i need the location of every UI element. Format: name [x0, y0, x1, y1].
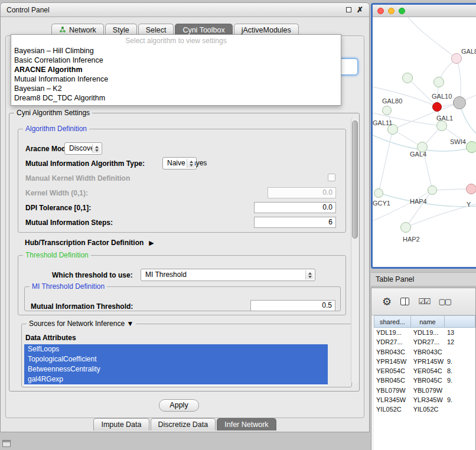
kernel-width-label: Kernel Width (0,1): — [25, 189, 88, 197]
aracne-mode-select[interactable]: Discovery — [64, 142, 102, 155]
table-cell: YBL079W — [374, 386, 411, 395]
float-window-icon[interactable] — [346, 7, 351, 12]
close-traffic-light-icon[interactable] — [377, 8, 384, 14]
network-node-label: HAP4 — [410, 198, 427, 205]
algorithm-option[interactable]: Bayesian – Hill Climbing — [11, 46, 341, 56]
network-node-label: GAL11 — [373, 119, 392, 126]
minimize-traffic-light-icon[interactable] — [388, 8, 395, 14]
threshold-definition-title: Threshold Definition — [23, 251, 91, 260]
network-node[interactable] — [428, 185, 437, 195]
manual-kernel-label: Manual Kernel Width Definition — [25, 174, 130, 182]
network-node-label: HAP2 — [403, 236, 420, 243]
table-row[interactable]: YDR27...YDR27...12 — [374, 337, 475, 347]
network-window-titlebar[interactable] — [373, 5, 476, 17]
table-row[interactable]: YLR345WYLR345W9. — [374, 395, 475, 405]
table-cell: YBR045C — [374, 376, 411, 385]
mi-type-label: Mutual Information Algorithm Type: — [25, 159, 145, 168]
gear-icon[interactable]: ⚙ — [382, 296, 392, 307]
tab-label: Impute Data — [101, 420, 141, 429]
close-icon[interactable]: ✗ — [357, 6, 363, 14]
table-row[interactable]: YBL079WYBL079W — [374, 386, 475, 395]
table-row[interactable]: YBR043CYBR043C — [374, 347, 475, 357]
data-attributes-list[interactable]: SelfLoops TopologicalCoefficient Between… — [24, 344, 328, 386]
attribute-item[interactable]: SelfLoops — [24, 344, 328, 354]
select-all-icon[interactable]: ☑☑ — [418, 298, 429, 305]
kernel-width-field[interactable]: 0.0 — [268, 187, 336, 198]
tab-label: Infer Network — [224, 420, 268, 429]
mi-steps-label: Mutual Information Steps: — [25, 219, 113, 227]
table-toolbar: ⚙ ☑☑ ▢▢ — [371, 288, 475, 315]
tab-label: Select — [146, 26, 167, 34]
table-cell: YDR27... — [374, 337, 411, 347]
sources-title-text: Sources for Network Inference — [29, 319, 125, 328]
combo-stepper-icon — [187, 159, 195, 168]
network-node[interactable] — [374, 188, 383, 198]
algorithm-option[interactable]: Basic Correlation Inference — [11, 56, 341, 65]
algorithm-definition-title: Algorithm Definition — [23, 125, 89, 133]
algorithm-option[interactable]: Bayesian – K2 — [11, 84, 341, 93]
scrollbar-thumb[interactable] — [352, 120, 358, 239]
column-header-partial[interactable] — [445, 315, 475, 328]
network-node[interactable] — [451, 53, 462, 64]
column-header-shared-name[interactable]: shared... — [374, 315, 411, 328]
network-node-label: GAL80 — [382, 97, 402, 105]
mi-type-select[interactable]: Naive Bayes — [162, 157, 197, 169]
algorithm-option-selected[interactable]: ARACNE Algorithm — [11, 65, 341, 74]
network-icon — [59, 26, 66, 35]
restore-panel-icon[interactable] — [2, 440, 11, 447]
tab-infer-network[interactable]: Infer Network — [217, 418, 276, 431]
dpi-tolerance-field[interactable]: 0.0 — [254, 202, 336, 213]
algorithm-option[interactable]: Mutual Information Inference — [11, 74, 341, 84]
hub-section-label: Hub/Transcription Factor Definition — [25, 239, 144, 247]
network-node[interactable] — [466, 141, 476, 153]
zoom-traffic-light-icon[interactable] — [399, 8, 405, 14]
table-cell: YPR145W — [374, 357, 411, 366]
control-panel-window: Control Panel ✗ Network — [0, 2, 370, 432]
network-node[interactable] — [400, 222, 411, 233]
deselect-all-icon[interactable]: ▢▢ — [438, 298, 451, 305]
network-node[interactable] — [382, 106, 392, 115]
attribute-item[interactable]: BetweennessCentrality — [24, 364, 328, 374]
network-node[interactable] — [432, 102, 442, 112]
network-node[interactable] — [453, 96, 466, 109]
manual-kernel-checkbox[interactable] — [328, 174, 335, 181]
mi-threshold-label: Mutual Information Threshold: — [31, 302, 133, 311]
mi-steps-field[interactable]: 6 — [254, 217, 336, 228]
tab-discretize-data[interactable]: Discretize Data — [151, 418, 216, 431]
network-node[interactable] — [436, 120, 447, 131]
mi-threshold-field[interactable]: 0.5 — [250, 300, 335, 311]
table-cell: YLR345W — [374, 395, 411, 405]
apply-button[interactable]: Apply — [159, 399, 199, 412]
table-cell — [445, 405, 475, 417]
network-canvas[interactable]: GAL8GAL80GAL10GAL11GAL1SWI4GAL4GCY1HAP4H… — [373, 17, 476, 267]
hub-section-toggle[interactable]: Hub/Transcription Factor Definition ▶ — [25, 239, 154, 247]
table-panel: ⚙ ☑☑ ▢▢ shared... name YDL19...YDL19...1… — [371, 288, 476, 450]
column-header-name[interactable]: name — [411, 315, 445, 328]
tab-label: Style — [113, 26, 129, 34]
settings-scrollbar[interactable] — [351, 117, 358, 384]
control-panel-titlebar[interactable]: Control Panel ✗ — [1, 3, 369, 17]
table-row[interactable]: YER054CYER054C8. — [374, 366, 475, 376]
table-row[interactable]: YPR145WYPR145W9. — [374, 357, 475, 366]
table-row[interactable]: YBR045CYBR045C9. — [374, 376, 475, 385]
sources-group-title[interactable]: Sources for Network Inference ▼ — [27, 319, 136, 328]
table-header-row: shared... name — [374, 315, 475, 328]
attribute-item[interactable]: gal4RGexp — [24, 374, 328, 384]
table-cell: YIL052C — [411, 405, 445, 417]
network-node[interactable] — [466, 184, 476, 194]
table-row[interactable]: YDL19...YDL19...13 — [374, 328, 475, 337]
dpi-tolerance-label: DPI Tolerance [0,1]: — [25, 204, 91, 212]
table-row[interactable]: YIL052CYIL052C — [374, 405, 475, 414]
which-threshold-select[interactable]: MI Threshold — [141, 269, 315, 281]
table-cell: YER054C — [374, 366, 411, 376]
algorithm-option[interactable]: Dream8 DC_TDC Algorithm — [11, 93, 341, 103]
network-view-window: GAL8GAL80GAL10GAL11GAL1SWI4GAL4GCY1HAP4H… — [371, 3, 476, 269]
mi-threshold-group-title: MI Threshold Definition — [30, 282, 107, 291]
columns-icon[interactable] — [400, 298, 409, 305]
tab-impute-data[interactable]: Impute Data — [93, 418, 149, 431]
network-node[interactable] — [433, 77, 444, 87]
algorithm-dropdown-list: Select algorithm to view settings Bayesi… — [11, 34, 341, 106]
network-node[interactable] — [402, 73, 413, 83]
attribute-item[interactable]: TopologicalCoefficient — [24, 354, 328, 364]
network-node-label: SWI4 — [450, 138, 466, 145]
